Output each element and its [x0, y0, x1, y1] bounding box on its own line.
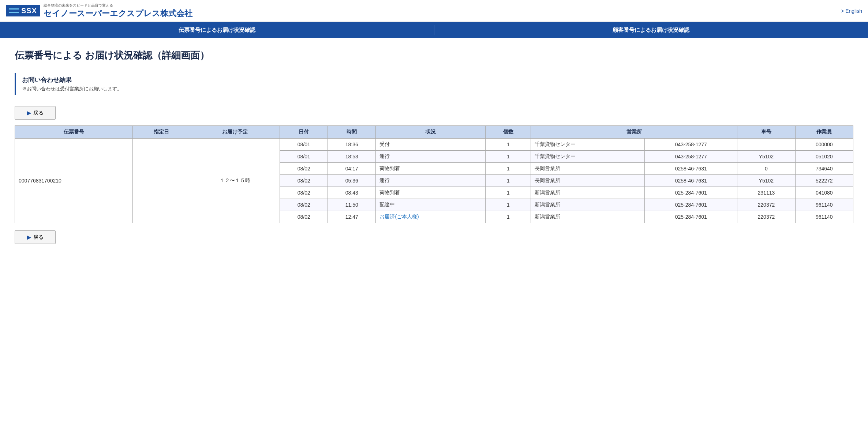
cell-branch-name: 千葉貨物センター [531, 139, 645, 151]
cell-car: Y5102 [737, 151, 795, 163]
cell-date: 08/02 [280, 163, 328, 175]
col-time: 時間 [328, 126, 376, 139]
back-button-label: 戻る [33, 110, 44, 116]
info-title: お問い合わせ結果 [22, 76, 848, 84]
company-logo: SSX [6, 5, 40, 16]
company-name: セイノースーパーエクスプレス株式会社 [44, 8, 192, 19]
cell-date: 08/02 [280, 187, 328, 199]
cell-date: 08/02 [280, 199, 328, 211]
cell-time: 04:17 [328, 163, 376, 175]
nav-tracking-by-slip[interactable]: 伝票番号によるお届け状況確認 [0, 22, 434, 38]
cell-branch-phone: 025-284-7601 [645, 187, 737, 199]
tracking-table: 伝票番号 指定日 お届け予定 日付 時間 状況 個数 営業所 車号 作業員 00… [15, 125, 853, 223]
cell-tracking-number: 000776831700210 [15, 139, 133, 223]
cell-worker: 961140 [795, 211, 853, 223]
logo-stripes [9, 8, 19, 13]
cell-time: 11:50 [328, 199, 376, 211]
logo-area: SSX 総合物流の未来をスピードと品質で変える セイノースーパーエクスプレス株式… [6, 3, 192, 19]
back-arrow-icon: ▶ [27, 109, 31, 116]
back-button-label-bottom: 戻る [33, 234, 44, 241]
cell-count: 1 [486, 151, 531, 163]
col-count: 個数 [486, 126, 531, 139]
cell-car: 220372 [737, 211, 795, 223]
cell-status: 受付 [376, 139, 486, 151]
cell-branch-name: 千葉貨物センター [531, 151, 645, 163]
cell-branch-name: 長岡営業所 [531, 175, 645, 187]
cell-worker: 961140 [795, 199, 853, 211]
company-tagline: 総合物流の未来をスピードと品質で変える [44, 3, 192, 8]
cell-branch-phone: 0258-46-7631 [645, 175, 737, 187]
col-slip-number: 伝票番号 [15, 126, 133, 139]
cell-status: お届済(ご本人様) [376, 211, 486, 223]
col-car: 車号 [737, 126, 795, 139]
cell-status: 運行 [376, 175, 486, 187]
cell-branch-name: 新潟営業所 [531, 211, 645, 223]
cell-time: 18:53 [328, 151, 376, 163]
cell-date: 08/01 [280, 139, 328, 151]
cell-worker: 000000 [795, 139, 853, 151]
logo-text: SSX [21, 7, 37, 15]
cell-branch-name: 長岡営業所 [531, 163, 645, 175]
cell-status: 配達中 [376, 199, 486, 211]
back-button-bottom[interactable]: ▶ 戻る [15, 230, 56, 244]
english-link[interactable]: > English [841, 8, 862, 14]
cell-branch-phone: 043-258-1277 [645, 151, 737, 163]
nav-tracking-by-customer[interactable]: 顧客番号によるお届け状況確認 [434, 22, 868, 38]
cell-count: 1 [486, 211, 531, 223]
col-status: 状況 [376, 126, 486, 139]
cell-time: 05:36 [328, 175, 376, 187]
cell-delivery-scheduled: １２〜１５時 [190, 139, 280, 223]
nav-bar: 伝票番号によるお届け状況確認 顧客番号によるお届け状況確認 [0, 22, 868, 38]
cell-branch-phone: 0258-46-7631 [645, 163, 737, 175]
cell-branch-phone: 025-284-7601 [645, 199, 737, 211]
col-branch: 営業所 [531, 126, 737, 139]
cell-branch-phone: 043-258-1277 [645, 139, 737, 151]
cell-count: 1 [486, 199, 531, 211]
cell-time: 12:47 [328, 211, 376, 223]
cell-count: 1 [486, 175, 531, 187]
cell-date: 08/01 [280, 151, 328, 163]
cell-status: 荷物到着 [376, 163, 486, 175]
english-arrow: > [841, 8, 844, 14]
top-bar: SSX 総合物流の未来をスピードと品質で変える セイノースーパーエクスプレス株式… [0, 0, 868, 22]
back-button-top[interactable]: ▶ 戻る [15, 106, 56, 120]
cell-car: 231113 [737, 187, 795, 199]
col-delivery-scheduled: お届け予定 [190, 126, 280, 139]
cell-date: 08/02 [280, 211, 328, 223]
col-date: 日付 [280, 126, 328, 139]
cell-branch-phone: 025-284-7601 [645, 211, 737, 223]
cell-count: 1 [486, 187, 531, 199]
cell-branch-name: 新潟営業所 [531, 187, 645, 199]
cell-date: 08/02 [280, 175, 328, 187]
cell-count: 1 [486, 163, 531, 175]
cell-worker: 734640 [795, 163, 853, 175]
table-row: 000776831700210 １２〜１５時 08/01 18:36 受付 1 … [15, 139, 853, 151]
info-box: お問い合わせ結果 ※お問い合わせは受付営業所にお願いします。 [15, 73, 853, 95]
cell-time: 18:36 [328, 139, 376, 151]
cell-count: 1 [486, 139, 531, 151]
english-label: English [845, 8, 862, 14]
page-title: 伝票番号による お届け状況確認（詳細画面） [15, 49, 853, 62]
col-worker: 作業員 [795, 126, 853, 139]
back-arrow-icon-bottom: ▶ [27, 234, 31, 241]
delivered-link[interactable]: お届済(ご本人様) [379, 214, 419, 219]
cell-car: Y5102 [737, 175, 795, 187]
cell-car: 220372 [737, 199, 795, 211]
cell-branch-name: 新潟営業所 [531, 199, 645, 211]
cell-worker: 041080 [795, 187, 853, 199]
cell-time: 08:43 [328, 187, 376, 199]
col-designated-date: 指定日 [133, 126, 190, 139]
company-name-area: 総合物流の未来をスピードと品質で変える セイノースーパーエクスプレス株式会社 [44, 3, 192, 19]
cell-designated-date [133, 139, 190, 223]
cell-status: 荷物到着 [376, 187, 486, 199]
cell-car [737, 139, 795, 151]
table-body: 000776831700210 １２〜１５時 08/01 18:36 受付 1 … [15, 139, 853, 223]
main-content: 伝票番号による お届け状況確認（詳細画面） お問い合わせ結果 ※お問い合わせは受… [0, 38, 868, 261]
cell-worker: 051020 [795, 151, 853, 163]
info-note: ※お問い合わせは受付営業所にお願いします。 [22, 86, 848, 92]
cell-car: 0 [737, 163, 795, 175]
cell-status: 運行 [376, 151, 486, 163]
cell-worker: 522272 [795, 175, 853, 187]
